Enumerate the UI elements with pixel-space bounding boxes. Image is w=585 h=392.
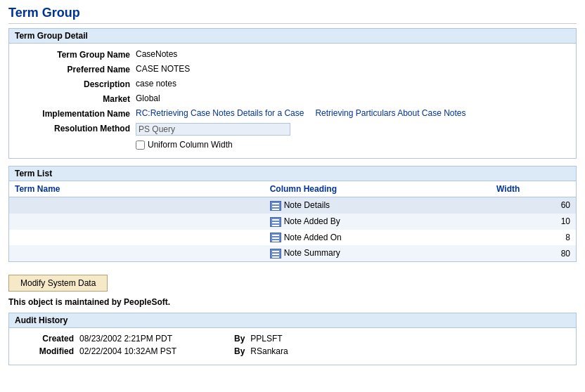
- width-cell: 80: [491, 245, 576, 261]
- market-label: Market: [18, 93, 130, 104]
- column-heading-cell: Note Summary: [264, 245, 491, 261]
- term-name-cell: [9, 245, 264, 261]
- term-group-name-label: Term Group Name: [18, 49, 130, 60]
- audit-modified-date: 02/22/2004 10:32AM PST: [79, 346, 234, 356]
- detail-panel: Term Group Detail Term Group Name CaseNo…: [8, 28, 577, 159]
- detail-section-header: Term Group Detail: [9, 29, 576, 44]
- column-heading-cell: Note Added By: [264, 214, 491, 230]
- col-header-column-heading: Column Heading: [264, 181, 491, 197]
- audit-modified-label: Modified: [18, 346, 74, 356]
- col-header-term-name: Term Name: [9, 181, 264, 197]
- implementation-name-row: Implementation Name RC:Retrieving Case N…: [18, 108, 567, 119]
- preferred-name-label: Preferred Name: [18, 64, 130, 74]
- width-cell: 8: [491, 230, 576, 246]
- term-list-table: Term Name Column Heading Width Note Deta…: [9, 181, 576, 261]
- column-heading-cell: Note Details: [264, 197, 491, 214]
- term-list-body: Term Name Column Heading Width Note Deta…: [9, 181, 576, 261]
- audit-created-by-value: PPLSFT: [250, 334, 282, 344]
- preferred-name-row: Preferred Name CASE NOTES: [18, 64, 567, 74]
- description-row: Description case notes: [18, 79, 567, 89]
- market-value: Global: [136, 93, 567, 103]
- page-title: Term Group: [8, 6, 577, 24]
- maintained-text: This object is maintained by PeopleSoft.: [8, 297, 577, 307]
- term-group-name-row: Term Group Name CaseNotes: [18, 49, 567, 60]
- resolution-method-input[interactable]: [136, 123, 290, 136]
- audit-created-row: Created 08/23/2002 2:21PM PDT By PPLSFT: [18, 334, 567, 344]
- grid-icon: [270, 217, 281, 227]
- audit-history-section-header: Audit History: [9, 313, 576, 328]
- term-group-name-value: CaseNotes: [136, 49, 567, 59]
- uniform-column-width-checkbox[interactable]: [136, 141, 145, 150]
- impl-link-2[interactable]: Retrieving Particulars About Case Notes: [315, 108, 465, 118]
- grid-icon: [270, 249, 281, 259]
- width-cell: 10: [491, 214, 576, 230]
- table-row: Note Summary80: [9, 245, 576, 261]
- term-name-cell: [9, 230, 264, 246]
- term-list-panel: Term List Term Name Column Heading Width…: [8, 166, 577, 262]
- resolution-method-label: Resolution Method: [18, 123, 130, 133]
- uniform-column-width-label: Uniform Column Width: [148, 140, 233, 150]
- detail-section-body: Term Group Name CaseNotes Preferred Name…: [9, 44, 576, 158]
- audit-created-date: 08/23/2002 2:21PM PDT: [79, 334, 234, 344]
- uniform-column-width-row: Uniform Column Width: [136, 140, 567, 150]
- grid-icon: [270, 201, 281, 211]
- market-row: Market Global: [18, 93, 567, 104]
- width-cell: 60: [491, 197, 576, 214]
- term-list-section-header: Term List: [9, 166, 576, 181]
- table-row: Note Details60: [9, 197, 576, 214]
- impl-link-1[interactable]: RC:Retrieving Case Notes Details for a C…: [136, 108, 304, 118]
- term-name-cell: [9, 214, 264, 230]
- table-row: Note Added By10: [9, 214, 576, 230]
- audit-modified-by-label: By: [234, 346, 245, 356]
- modify-system-data-button[interactable]: Modify System Data: [8, 275, 108, 292]
- term-name-cell: [9, 197, 264, 214]
- implementation-name-value: RC:Retrieving Case Notes Details for a C…: [136, 108, 567, 118]
- table-row: Note Added On8: [9, 230, 576, 246]
- column-heading-cell: Note Added On: [264, 230, 491, 246]
- preferred-name-value: CASE NOTES: [136, 64, 567, 74]
- col-header-width: Width: [491, 181, 576, 197]
- audit-history-panel: Audit History Created 08/23/2002 2:21PM …: [8, 313, 577, 365]
- audit-history-body: Created 08/23/2002 2:21PM PDT By PPLSFT …: [9, 328, 576, 365]
- resolution-method-value: [136, 123, 567, 136]
- description-label: Description: [18, 79, 130, 89]
- grid-icon: [270, 233, 281, 242]
- audit-created-label: Created: [18, 334, 74, 344]
- audit-created-by-label: By: [234, 334, 245, 344]
- description-value: case notes: [136, 79, 567, 89]
- implementation-name-label: Implementation Name: [18, 108, 130, 119]
- audit-modified-row: Modified 02/22/2004 10:32AM PST By RSank…: [18, 346, 567, 356]
- resolution-method-row: Resolution Method: [18, 123, 567, 136]
- audit-modified-by-value: RSankara: [250, 346, 288, 356]
